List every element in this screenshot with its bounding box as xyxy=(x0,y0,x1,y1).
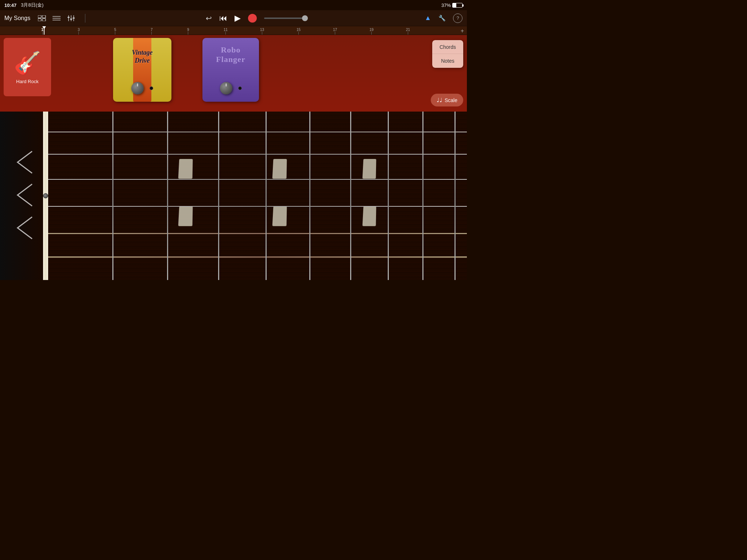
hard-rock-track[interactable]: 🎸 Hard Rock xyxy=(4,38,51,96)
scale-label: Scale xyxy=(445,97,457,103)
svg-rect-3 xyxy=(42,19,46,21)
scale-music-icon: ♩♩ xyxy=(437,97,442,104)
string-2 xyxy=(48,154,467,155)
transport-slider[interactable] xyxy=(264,18,308,19)
toolbar-right: ▲ 🔧 ? xyxy=(425,12,462,24)
ruler-mark-21: 21 xyxy=(406,28,410,35)
fret-3 xyxy=(218,112,219,280)
transport-controls: ↩ ⏮ ▶ xyxy=(89,13,425,23)
svg-rect-12 xyxy=(73,18,75,19)
string-4 xyxy=(48,206,467,207)
string-3 xyxy=(48,179,467,180)
vintage-drive-knob[interactable] xyxy=(131,82,144,94)
fret-1 xyxy=(112,112,113,280)
main-area: 🎸 Hard Rock VintageDrive RoboFlanger Cho… xyxy=(0,35,467,280)
headstock-shape xyxy=(12,133,38,258)
svg-rect-0 xyxy=(38,15,41,18)
fret-9 xyxy=(454,112,456,280)
chords-notes-panel: Chords Notes xyxy=(432,40,463,68)
guitar-nut xyxy=(43,112,48,280)
tracks-area: 🎸 Hard Rock VintageDrive RoboFlanger Cho… xyxy=(0,35,467,112)
string-6 xyxy=(48,256,467,258)
ruler-mark-19: 19 xyxy=(369,28,374,35)
nut-screw xyxy=(43,193,48,198)
svg-rect-11 xyxy=(70,19,72,20)
transport-knob xyxy=(302,15,308,21)
string-1 xyxy=(48,132,467,132)
svg-rect-1 xyxy=(42,15,46,18)
battery-indicator: 37% xyxy=(441,3,462,8)
view-split-button[interactable] xyxy=(36,12,48,24)
timeline-ruler: 1 3 5 7 9 11 13 15 17 19 21 + xyxy=(0,26,467,35)
fret-2 xyxy=(167,112,168,280)
inlay-9-upper xyxy=(363,159,376,179)
inlay-7-upper xyxy=(272,159,287,179)
status-time: 10:47 xyxy=(4,3,16,8)
inlay-5-lower xyxy=(178,206,193,226)
undo-button[interactable]: ↩ xyxy=(206,14,212,23)
battery-fill xyxy=(453,3,456,7)
status-bar: 10:47 3月8日(金) 37% xyxy=(0,0,467,10)
battery-bar xyxy=(452,3,462,8)
vintage-drive-led xyxy=(150,86,153,90)
ruler-mark-15: 15 xyxy=(297,28,301,35)
toolbar: My Songs xyxy=(0,10,467,26)
ruler-mark-7: 7 xyxy=(151,28,153,35)
hard-rock-label: Hard Rock xyxy=(16,79,38,84)
vintage-drive-controls xyxy=(131,82,153,94)
robo-flanger-led xyxy=(238,86,242,90)
guitar-icon: 🎸 xyxy=(14,50,41,76)
wrench-button[interactable]: 🔧 xyxy=(436,12,448,24)
battery-percent: 37% xyxy=(441,3,451,8)
ruler-mark-13: 13 xyxy=(260,28,264,35)
vintage-drive-pedal[interactable]: VintageDrive xyxy=(113,38,171,102)
record-button[interactable] xyxy=(248,14,257,23)
vintage-drive-text: VintageDrive xyxy=(132,49,152,65)
fret-5 xyxy=(309,112,310,280)
robo-flanger-text: RoboFlanger xyxy=(216,45,245,65)
play-button[interactable]: ▶ xyxy=(235,13,241,23)
view-list-button[interactable] xyxy=(51,12,62,24)
ruler-mark-9: 9 xyxy=(187,28,189,35)
wood-grain-overlay xyxy=(48,112,467,280)
fret-7 xyxy=(388,112,389,280)
guitar-fretboard[interactable] xyxy=(0,112,467,280)
fret-8 xyxy=(422,112,423,280)
headstock xyxy=(0,112,43,280)
my-songs-button[interactable]: My Songs xyxy=(4,15,30,22)
fret-4 xyxy=(266,112,267,280)
scale-button[interactable]: ♩♩ Scale xyxy=(431,94,463,106)
skip-back-button[interactable]: ⏮ xyxy=(219,13,227,23)
ruler-mark-11: 11 xyxy=(224,28,228,35)
toolbar-separator-1 xyxy=(85,14,85,23)
mixer-button[interactable] xyxy=(65,12,77,24)
ruler-mark-1: 1 xyxy=(41,27,43,35)
ruler-add-button[interactable]: + xyxy=(461,28,464,34)
svg-rect-10 xyxy=(67,17,70,18)
robo-flanger-controls xyxy=(220,82,242,94)
chords-button[interactable]: Chords xyxy=(432,40,463,54)
robo-flanger-pedal[interactable]: RoboFlanger xyxy=(202,38,259,102)
inlay-5-upper xyxy=(178,159,193,179)
status-date: 3月8日(金) xyxy=(21,2,43,8)
alert-icon[interactable]: ▲ xyxy=(425,14,431,22)
string-5 xyxy=(48,233,467,234)
svg-rect-2 xyxy=(38,19,41,21)
notes-button[interactable]: Notes xyxy=(432,54,463,68)
ruler-mark-3: 3 xyxy=(78,28,80,35)
inlay-7-lower xyxy=(272,206,287,226)
ruler-mark-17: 17 xyxy=(333,28,337,35)
help-button[interactable]: ? xyxy=(453,13,462,23)
ruler-marks: 1 3 5 7 9 11 13 15 17 19 21 xyxy=(0,26,467,35)
view-mode-group xyxy=(36,12,77,24)
ruler-mark-5: 5 xyxy=(114,28,116,35)
inlay-9-lower xyxy=(363,206,376,226)
fret-6 xyxy=(350,112,351,280)
robo-flanger-knob[interactable] xyxy=(220,82,232,94)
playhead xyxy=(44,26,44,35)
